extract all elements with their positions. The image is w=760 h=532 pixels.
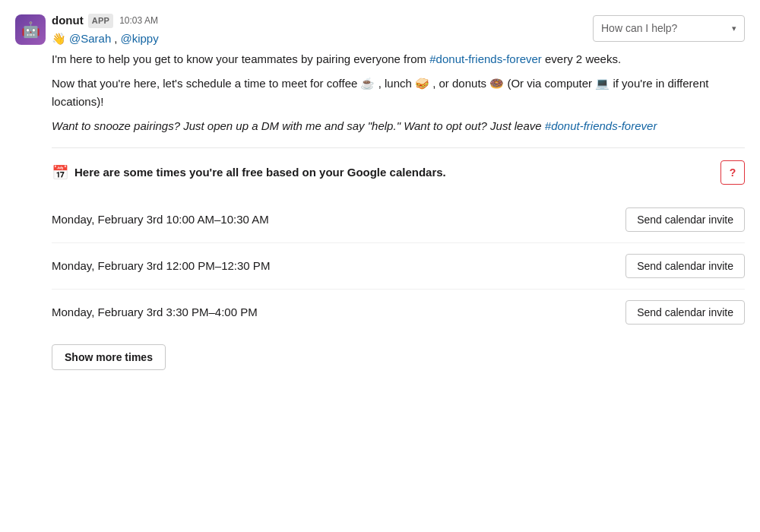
wave-emoji: 👋 [52,30,66,48]
schedule-paragraph: Now that you're here, let's schedule a t… [52,74,745,111]
chevron-down-icon: ▾ [732,22,736,35]
message-container: 🤖 donut APP 10:03 AM 👋 @Sarah, @kippy Ho… [0,0,760,385]
intro-paragraph: I'm here to help you get to know your te… [52,50,745,68]
sender-name-row: donut APP 10:03 AM [52,12,159,30]
sender-name: donut [52,12,84,30]
sender-details: donut APP 10:03 AM 👋 @Sarah, @kippy [52,12,159,47]
time-text-3: Monday, February 3rd 3:30 PM–4:00 PM [52,304,258,321]
app-badge: APP [88,14,114,28]
time-text-1: Monday, February 3rd 10:00 AM–10:30 AM [52,211,269,229]
time-slot-1: Monday, February 3rd 10:00 AM–10:30 AM S… [52,197,745,242]
calendar-icon: 📅 [52,163,68,183]
divider [52,147,745,148]
calendar-header: 📅 Here are some times you're all free ba… [52,160,745,185]
message-body: I'm here to help you get to know your te… [52,50,745,370]
help-dropdown[interactable]: How can I help? ▾ [593,15,745,42]
calendar-help-button[interactable]: ? [720,160,745,185]
avatar: 🤖 [15,14,46,45]
calendar-title-text: Here are some times you're all free base… [74,164,446,182]
channel-link-2[interactable]: #donut-friends-forever [545,119,657,132]
show-more-container: Show more times [52,335,745,370]
time-slot-3: Monday, February 3rd 3:30 PM–4:00 PM Sen… [52,290,745,335]
dropdown-label: How can I help? [601,21,726,36]
send-invite-button-2[interactable]: Send calendar invite [625,254,745,278]
mention-line: 👋 @Sarah, @kippy [52,30,159,48]
show-more-times-button[interactable]: Show more times [52,344,166,370]
timestamp: 10:03 AM [119,14,158,27]
snooze-paragraph: Want to snooze pairings? Just open up a … [52,117,745,135]
send-invite-button-1[interactable]: Send calendar invite [625,207,745,232]
time-text-2: Monday, February 3rd 12:00 PM–12:30 PM [52,258,270,275]
time-slot-2: Monday, February 3rd 12:00 PM–12:30 PM S… [52,243,745,289]
channel-link-1[interactable]: #donut-friends-forever [429,52,542,65]
mention-sarah[interactable]: @Sarah [69,30,111,48]
send-invite-button-3[interactable]: Send calendar invite [625,300,745,325]
sender-info: 🤖 donut APP 10:03 AM 👋 @Sarah, @kippy [15,12,159,47]
message-header: 🤖 donut APP 10:03 AM 👋 @Sarah, @kippy Ho… [15,12,745,47]
calendar-title: 📅 Here are some times you're all free ba… [52,163,446,183]
mention-kippy[interactable]: @kippy [120,30,158,48]
